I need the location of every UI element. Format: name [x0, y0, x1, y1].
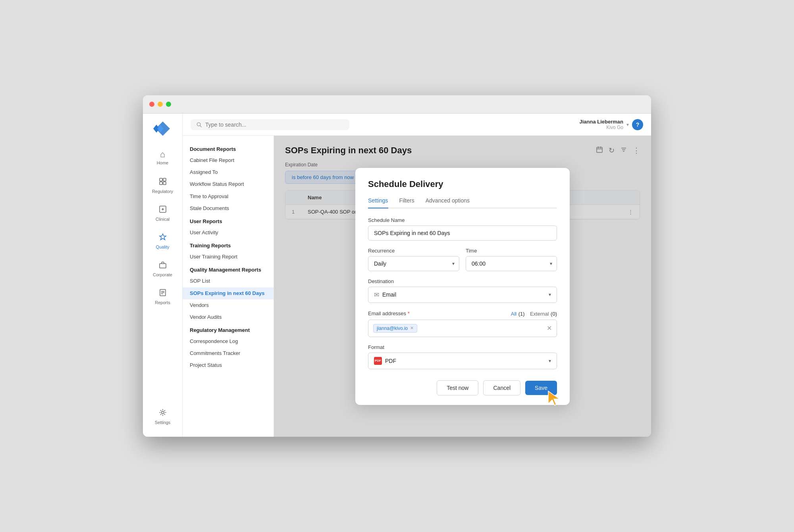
svg-rect-0 [160, 178, 162, 181]
email-input-area[interactable]: jianna@kivo.io ✕ ✕ [368, 320, 557, 337]
cancel-button[interactable]: Cancel [483, 380, 520, 395]
email-tag: jianna@kivo.io ✕ [373, 324, 417, 333]
save-button-wrap: Save [525, 381, 557, 395]
home-icon: ⌂ [160, 150, 165, 159]
destination-chevron-icon: ▾ [549, 292, 551, 297]
nav-items: ⌂ Home Regulatory Clinical [147, 144, 179, 403]
sidebar-item-sops-expiring[interactable]: SOPs Expiring in next 60 Days [183, 287, 274, 299]
sidebar-item-correspondence-log[interactable]: Correspondence Log [183, 335, 274, 347]
regulatory-icon [158, 177, 167, 187]
sidebar-item-user-training-report[interactable]: User Training Report [183, 251, 274, 263]
email-all-section: All (1) External (0) [511, 310, 557, 317]
main-body: Document Reports Cabinet File Report Ass… [183, 136, 651, 437]
email-label-row: Email addresses * All (1) External (0) [368, 310, 557, 317]
traffic-lights [149, 102, 171, 107]
svg-rect-1 [163, 178, 166, 181]
save-button[interactable]: Save [525, 381, 557, 395]
time-select-wrap: 06:00 07:00 08:00 ▾ [466, 256, 557, 271]
test-now-button[interactable]: Test now [437, 380, 478, 395]
sidebar-section-regulatory-management: Regulatory Management [183, 323, 274, 335]
sidebar-item-sop-list[interactable]: SOP List [183, 275, 274, 287]
format-select[interactable]: PDF PDF ▾ [368, 353, 557, 369]
pdf-icon: PDF [374, 357, 382, 365]
email-all-link[interactable]: All [511, 311, 516, 317]
modal-overlay: Schedule Delivery Settings Filters Advan… [274, 136, 651, 437]
top-bar: Jianna Lieberman Kivo Go ▾ ? [183, 114, 651, 136]
minimize-button[interactable] [158, 102, 163, 107]
nav-label-regulatory: Regulatory [152, 189, 173, 194]
sidebar-item-vendor-audits[interactable]: Vendor Audits [183, 311, 274, 323]
email-icon: ✉ [374, 291, 379, 299]
maximize-button[interactable] [166, 102, 171, 107]
sidebar-item-commitments-tracker[interactable]: Commitments Tracker [183, 347, 274, 359]
sidebar-item-project-status[interactable]: Project Status [183, 359, 274, 371]
title-bar [143, 95, 651, 114]
modal-footer: Test now Cancel Save [368, 380, 557, 395]
tab-filters[interactable]: Filters [399, 197, 414, 208]
quality-icon [158, 233, 167, 243]
recurrence-select[interactable]: Daily Weekly Monthly [368, 256, 459, 271]
recurrence-select-wrap: Daily Weekly Monthly ▾ [368, 256, 459, 271]
svg-rect-2 [160, 182, 162, 185]
sidebar-item-workflow-status-report[interactable]: Workflow Status Report [183, 178, 274, 190]
nav-item-settings[interactable]: Settings [147, 403, 179, 430]
email-external-label: External [530, 311, 549, 317]
email-all-count: (1) [518, 311, 525, 317]
sidebar-item-user-activity[interactable]: User Activity [183, 227, 274, 239]
email-addresses-group: Email addresses * All (1) External (0) [368, 310, 557, 337]
nav-item-clinical[interactable]: Clinical [147, 199, 179, 227]
nav-item-quality[interactable]: Quality [147, 227, 179, 255]
user-name: Jianna Lieberman [579, 119, 623, 125]
nav-item-reports[interactable]: Reports [147, 283, 179, 310]
user-info: Jianna Lieberman Kivo Go [579, 119, 623, 130]
tab-settings[interactable]: Settings [368, 197, 388, 208]
format-chevron-icon: ▾ [549, 358, 551, 364]
nav-item-corporate[interactable]: Corporate [147, 255, 179, 283]
schedule-name-group: Schedule Name [368, 217, 557, 241]
sidebar-item-vendors[interactable]: Vendors [183, 299, 274, 311]
search-icon [196, 121, 202, 128]
sidebar-section-quality-management-reports: Quality Management Reports [183, 263, 274, 275]
help-button[interactable]: ? [632, 119, 643, 130]
format-group: Format PDF PDF ▾ [368, 344, 557, 369]
app-layout: ⌂ Home Regulatory Clinical [143, 114, 651, 437]
svg-rect-7 [160, 264, 166, 268]
format-value: PDF [385, 358, 545, 364]
svg-line-14 [200, 125, 201, 127]
format-label: Format [368, 344, 557, 350]
nav-label-home: Home [157, 160, 168, 165]
modal-title: Schedule Delivery [368, 179, 557, 189]
tab-advanced-options[interactable]: Advanced options [426, 197, 470, 208]
close-button[interactable] [149, 102, 154, 107]
email-addresses-label: Email addresses * [368, 310, 410, 316]
nav-item-home[interactable]: ⌂ Home [147, 144, 179, 172]
nav-label-quality: Quality [156, 245, 169, 249]
email-tag-remove-icon[interactable]: ✕ [410, 326, 414, 331]
sidebar-item-assigned-to[interactable]: Assigned To [183, 166, 274, 178]
destination-select[interactable]: ✉ Email ▾ [368, 287, 557, 303]
app-window: ⌂ Home Regulatory Clinical [143, 95, 651, 437]
nav-item-regulatory[interactable]: Regulatory [147, 172, 179, 199]
sidebar-item-time-to-approval[interactable]: Time to Approval [183, 191, 274, 202]
nav-label-reports: Reports [155, 300, 170, 305]
sidebar-item-stale-documents[interactable]: Stale Documents [183, 202, 274, 214]
sidebar-item-cabinet-file-report[interactable]: Cabinet File Report [183, 154, 274, 166]
search-area[interactable] [191, 119, 349, 130]
recurrence-group: Recurrence Daily Weekly Monthly ▾ [368, 248, 459, 271]
logo [151, 118, 175, 140]
clinical-icon [158, 205, 167, 215]
email-clear-icon[interactable]: ✕ [547, 324, 552, 332]
search-input[interactable] [205, 121, 344, 128]
destination-value: Email [382, 291, 545, 298]
nav-settings[interactable]: Settings [147, 403, 179, 430]
time-label: Time [466, 248, 557, 254]
sidebar-section-user-reports: User Reports [183, 214, 274, 227]
icon-nav: ⌂ Home Regulatory Clinical [143, 114, 183, 437]
email-tag-value: jianna@kivo.io [377, 326, 408, 331]
schedule-name-input[interactable] [368, 226, 557, 241]
corporate-icon [158, 260, 167, 271]
user-dropdown-icon[interactable]: ▾ [626, 122, 629, 127]
time-select[interactable]: 06:00 07:00 08:00 [466, 256, 557, 271]
recurrence-time-row: Recurrence Daily Weekly Monthly ▾ [368, 248, 557, 278]
email-external-count: (0) [551, 311, 557, 317]
